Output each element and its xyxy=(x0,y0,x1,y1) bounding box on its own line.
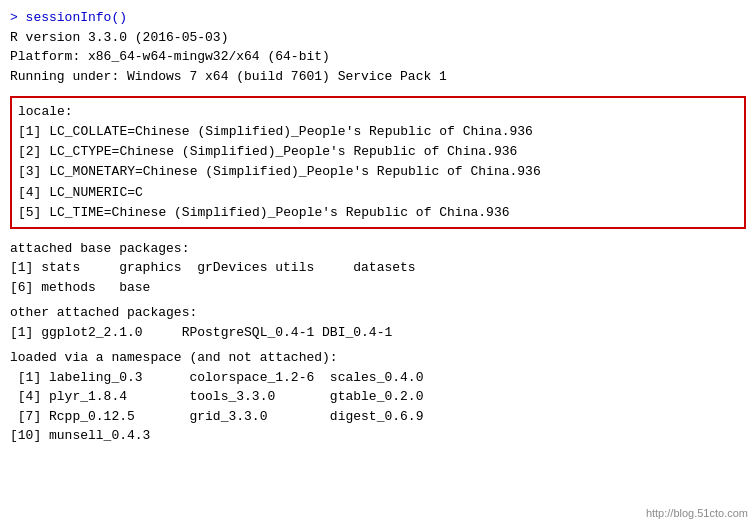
attached-header: attached base packages: xyxy=(10,239,746,259)
loaded-line3: [7] Rcpp_0.12.5 grid_3.3.0 digest_0.6.9 xyxy=(10,407,746,427)
loaded-header: loaded via a namespace (and not attached… xyxy=(10,348,746,368)
attached-line2: [6] methods base xyxy=(10,278,746,298)
loaded-line4: [10] munsell_0.4.3 xyxy=(10,426,746,446)
locale-item-1: [1] LC_COLLATE=Chinese (Simplified)_Peop… xyxy=(18,122,738,142)
r-version-line: R version 3.3.0 (2016-05-03) xyxy=(10,28,746,48)
locale-item-2: [2] LC_CTYPE=Chinese (Simplified)_People… xyxy=(18,142,738,162)
loaded-line1: [1] labeling_0.3 colorspace_1.2-6 scales… xyxy=(10,368,746,388)
locale-header: locale: xyxy=(18,102,738,122)
other-line1: [1] ggplot2_2.1.0 RPostgreSQL_0.4-1 DBI_… xyxy=(10,323,746,343)
loaded-line2: [4] plyr_1.8.4 tools_3.3.0 gtable_0.2.0 xyxy=(10,387,746,407)
watermark: http://blog.51cto.com xyxy=(646,507,748,519)
locale-item-3: [3] LC_MONETARY=Chinese (Simplified)_Peo… xyxy=(18,162,738,182)
attached-line1: [1] stats graphics grDevices utils datas… xyxy=(10,258,746,278)
running-under-line: Running under: Windows 7 x64 (build 7601… xyxy=(10,67,746,87)
locale-item-4: [4] LC_NUMERIC=C xyxy=(18,183,738,203)
locale-item-5: [5] LC_TIME=Chinese (Simplified)_People'… xyxy=(18,203,738,223)
platform-line: Platform: x86_64-w64-mingw32/x64 (64-bit… xyxy=(10,47,746,67)
other-header: other attached packages: xyxy=(10,303,746,323)
console-output: > sessionInfo() R version 3.3.0 (2016-05… xyxy=(10,8,746,446)
prompt-line: > sessionInfo() xyxy=(10,8,746,28)
locale-section: locale: [1] LC_COLLATE=Chinese (Simplifi… xyxy=(10,96,746,229)
